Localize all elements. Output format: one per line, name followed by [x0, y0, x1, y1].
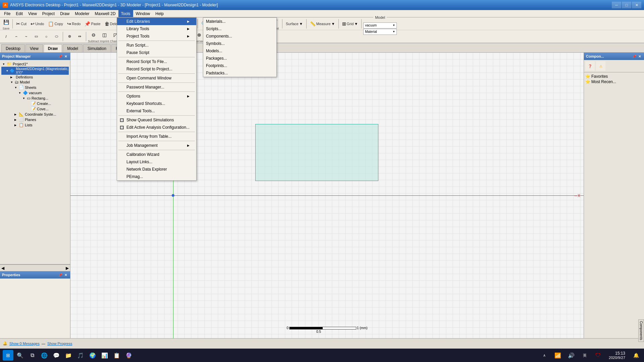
surface-button[interactable]: Surface ▼	[284, 19, 305, 28]
taskbar-app2[interactable]: 📋	[111, 350, 122, 361]
cut-button[interactable]: ✂ Cut	[14, 19, 28, 28]
menu-project[interactable]: Project	[40, 10, 57, 17]
vacuum-dropdown[interactable]: vacuum ▼	[363, 22, 397, 28]
tree-item-lists[interactable]: ▶ 📋 Lists	[1, 122, 69, 128]
help-button[interactable]: ❓	[585, 61, 595, 71]
menu-pause-script[interactable]: Pause Script	[117, 49, 196, 56]
menu-edit-libraries[interactable]: Edit Libraries ▶	[117, 18, 196, 25]
menu-view[interactable]: View	[25, 10, 40, 17]
menu-run-script[interactable]: Run Script...	[117, 42, 196, 49]
save-button[interactable]: 💾	[1, 17, 11, 27]
paste-button[interactable]: 📌 Paste	[83, 19, 102, 28]
right-panel-pin-button[interactable]: 📌	[632, 54, 637, 59]
tab-model[interactable]: Model	[63, 44, 83, 52]
taskbar-antivirus[interactable]: 🛡	[593, 350, 603, 361]
taskbar-chat[interactable]: 💬	[51, 350, 62, 361]
menu-window[interactable]: Window	[133, 10, 153, 17]
tree-item-maxwell[interactable]: ▼ 🔷 Maxwell2DDesign1 (Magnetostatic, XY)…	[1, 67, 69, 75]
taskbar-taskview[interactable]: ⧉	[27, 350, 38, 361]
menu-project-tools[interactable]: Project Tools ▶	[117, 33, 196, 40]
menu-footprints[interactable]: Footprints...	[203, 62, 276, 69]
taskbar-input-method[interactable]: 英	[579, 350, 590, 361]
menu-external-tools[interactable]: External Tools...	[117, 107, 196, 115]
menu-record-script-file[interactable]: Record Script To File...	[117, 58, 196, 65]
menu-modeler[interactable]: Modeler	[72, 10, 92, 17]
menu-help[interactable]: Help	[153, 10, 166, 17]
taskbar-chrome[interactable]: 🌍	[87, 350, 98, 361]
taskbar-notification-area[interactable]: ∧	[539, 350, 550, 361]
menu-materials[interactable]: Materials...	[203, 18, 276, 25]
menu-show-queued[interactable]: 🔲 Show Queued Simulations	[117, 116, 196, 124]
undo-button[interactable]: ↩ Undo	[29, 19, 46, 28]
tree-item-model[interactable]: ▼ 🗂 Model	[1, 79, 69, 85]
menu-library-tools[interactable]: Library Tools ▶	[117, 25, 196, 33]
close-button[interactable]: ✕	[632, 2, 641, 8]
tab-simulation[interactable]: Simulation	[83, 44, 111, 52]
tree-item-favorites[interactable]: ⭐ Favorites	[585, 74, 643, 79]
tree-item-cover[interactable]: 📝 Cove...	[1, 106, 69, 112]
properties-pin-button[interactable]: 📌	[58, 273, 63, 277]
tree-item-planes[interactable]: ▶ ⬜ Planes	[1, 117, 69, 122]
tree-item-vacuum[interactable]: ▼ 🔷 vacuum	[1, 90, 69, 96]
menu-padstacks[interactable]: Padstacks...	[203, 69, 276, 77]
tree-item-project1[interactable]: ▼ 📁 Project1*	[1, 61, 69, 67]
tree-item-definitions[interactable]: ▶ Definitions	[1, 75, 69, 79]
menu-symbols[interactable]: Symbols...	[203, 40, 276, 47]
menu-layout-links[interactable]: Layout Links...	[117, 158, 196, 166]
taskbar-music[interactable]: 🎵	[75, 350, 86, 361]
menu-packages[interactable]: Packages...	[203, 55, 276, 62]
ellipse-button[interactable]: ⬭	[52, 32, 61, 41]
arc-button[interactable]: ⌢	[11, 32, 21, 41]
tab-view[interactable]: View	[25, 44, 43, 52]
tab-desktop[interactable]: Desktop	[1, 44, 25, 52]
imprint-button[interactable]: ◫	[100, 30, 109, 40]
menu-import-array[interactable]: Import Array from Table...	[117, 133, 196, 140]
scroll-left-icon[interactable]: ◀	[1, 266, 4, 270]
tab-draw[interactable]: Draw	[44, 44, 62, 52]
menu-edit-active[interactable]: 🔲 Edit Active Analysis Configuration...	[117, 124, 196, 131]
circle-button[interactable]: ○	[42, 32, 51, 41]
panel-close-button[interactable]: ✕	[63, 54, 68, 59]
taskbar-fileexplorer[interactable]: 📁	[63, 350, 74, 361]
taskbar-app3[interactable]: 🔮	[123, 350, 134, 361]
taskbar-network[interactable]: 📶	[552, 350, 563, 361]
menu-network-data[interactable]: Network Data Explorer	[117, 166, 196, 173]
measure-button[interactable]: 📏 Measure ▼	[308, 19, 337, 28]
menu-options[interactable]: Options ▶	[117, 93, 196, 100]
scroll-right-icon[interactable]: ▶	[66, 266, 69, 270]
taskbar-notifications[interactable]: 🔔	[631, 350, 641, 361]
tree-item-create[interactable]: 📝 Create...	[1, 101, 69, 106]
menu-tools[interactable]: Tools	[118, 10, 133, 17]
taskbar-edge[interactable]: 🌐	[39, 350, 50, 361]
rectangle-shape[interactable]	[255, 124, 378, 181]
warning-button[interactable]: ⚠	[596, 61, 605, 71]
menu-job-management[interactable]: Job Management ▶	[117, 142, 196, 149]
spline-button[interactable]: ~	[21, 32, 31, 41]
menu-pemag[interactable]: PEmag...	[117, 173, 196, 180]
copy-button[interactable]: 📋 Copy	[46, 19, 65, 28]
taskbar-app1[interactable]: 📊	[99, 350, 110, 361]
rect-button[interactable]: ▭	[32, 32, 41, 41]
menu-components[interactable]: Components...	[203, 33, 276, 40]
menu-draw[interactable]: Draw	[57, 10, 72, 17]
menu-file[interactable]: File	[1, 10, 13, 17]
tree-scroll-bar[interactable]: ◀ ▶	[0, 264, 70, 271]
ground-axis-button[interactable]: ⊛	[65, 32, 74, 41]
menu-calibration[interactable]: Calibration Wizard	[117, 151, 196, 158]
start-button[interactable]: ⊞	[3, 350, 13, 361]
menu-keyboard-shortcuts[interactable]: Keyboard Shortcuts...	[117, 100, 196, 107]
tree-item-sheets[interactable]: ▼ 📄 Sheets	[1, 85, 69, 90]
components-tab[interactable]: Components	[638, 319, 644, 342]
menu-edit[interactable]: Edit	[13, 10, 25, 17]
grid-button[interactable]: ⊞ Grid ▼	[340, 19, 360, 28]
show-progress[interactable]: Show Progress	[47, 342, 72, 346]
tree-item-most-recent[interactable]: ⭐ Most Recen...	[585, 79, 643, 84]
taskbar-search[interactable]: 🔍	[15, 350, 25, 361]
show-messages[interactable]: Show 0 Messages	[9, 342, 40, 346]
right-panel-close-button[interactable]: ✕	[637, 54, 642, 59]
properties-close-button[interactable]: ✕	[63, 273, 68, 277]
menu-scripts[interactable]: Scripts...	[203, 25, 276, 33]
menu-record-script-project[interactable]: Record Script to Project...	[117, 65, 196, 73]
menu-maxwell2d[interactable]: Maxwell 2D	[92, 10, 118, 17]
redo-button[interactable]: ↪ Redo	[65, 19, 82, 28]
